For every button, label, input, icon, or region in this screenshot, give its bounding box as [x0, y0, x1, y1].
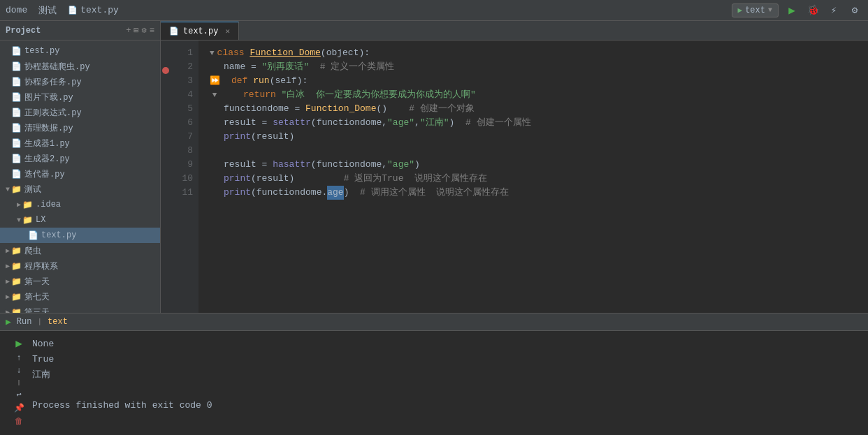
tab-label: text.py [183, 27, 218, 36]
code-line-9: result = hasattr(functiondome,"age") [210, 158, 868, 172]
sidebar-item-regex[interactable]: 📄 正则表达式.py [0, 105, 160, 120]
sidebar-layout-icon[interactable]: ⊞ [133, 25, 138, 36]
sidebar-label: text.py [41, 230, 76, 240]
sidebar-item-gen1[interactable]: 📄 生成器1.py [0, 135, 160, 151]
tab-close-icon[interactable]: ✕ [225, 27, 230, 36]
sidebar-menu-icon[interactable]: ≡ [150, 26, 154, 36]
code-line-10: print(result) # 返回为True 说明这个属性存在 [210, 172, 868, 186]
sidebar-label: 测试 [24, 184, 41, 196]
file-icon: 📄 [11, 123, 22, 133]
menu-file-label: text.py [80, 5, 119, 15]
file-icon: 📄 [11, 154, 22, 164]
chevron-down-icon: ▼ [6, 186, 10, 193]
menu-file[interactable]: 📄 text.py [68, 5, 119, 15]
output-blank [32, 383, 857, 398]
file-icon: 📄 [11, 61, 22, 72]
settings-button[interactable]: ⚙ [847, 3, 862, 18]
sidebar-label: 第三天 [24, 307, 50, 314]
file-icon: 📄 [28, 230, 38, 241]
wrap-btn[interactable]: ↩ [11, 390, 27, 400]
sidebar-item-coroutine-base[interactable]: 📄 协程基础爬虫.py [0, 59, 160, 74]
sidebar-item-text-py[interactable]: 📄 text.py [0, 228, 160, 243]
clear-btn[interactable]: 🗑 [11, 416, 27, 427]
sidebar-folder-idea[interactable]: ▶ 📁 .idea [0, 197, 160, 212]
coverage-button[interactable]: ⚡ [826, 3, 841, 18]
sidebar-item-iterator[interactable]: 📄 迭代器.py [0, 166, 160, 182]
sidebar-label: LX [36, 215, 45, 225]
highlight-age: age [327, 186, 343, 200]
line-numbers: 1 2 3 4 5 6 7 8 9 10 11 [171, 40, 198, 313]
sidebar-label: 生成器1.py [24, 138, 70, 149]
file-icon: 📄 [11, 108, 22, 118]
arrow-icon-3: ⏩ [210, 74, 220, 88]
run-output: None True 江南 Process finished with exit … [32, 337, 857, 427]
tab-text-py[interactable]: 📄 text.py ✕ [161, 22, 239, 40]
fold-icon-4[interactable]: ▼ [210, 88, 219, 102]
run-button[interactable]: ▶ [784, 3, 800, 18]
output-none: None [32, 337, 857, 352]
run-label: Run [17, 317, 32, 327]
sidebar-item-clean-data[interactable]: 📄 清理数据.py [0, 120, 160, 135]
sidebar-folder-day1[interactable]: ▶ 📁 第一天 [0, 274, 160, 289]
chevron-right-icon: ▶ [17, 200, 21, 209]
code-line-6: result = setattr(functiondome,"age","江南"… [210, 116, 868, 130]
divider [18, 380, 20, 385]
file-icon: 📄 [11, 46, 22, 57]
file-icon: 📄 [11, 77, 22, 87]
sidebar-folder-spider[interactable]: ▶ 📁 爬虫 [0, 243, 160, 258]
class-name: Function_Dome [249, 46, 320, 60]
folder-icon: 📁 [11, 261, 22, 272]
run-panel-body: ▶ ↑ ↓ ↩ 📌 🗑 None True 江南 Process finishe… [0, 331, 868, 432]
folder-icon: 📁 [11, 184, 22, 195]
run-tab-text[interactable]: text [48, 317, 68, 327]
pin-btn[interactable]: 📌 [11, 403, 27, 413]
breakpoint-marker-3[interactable] [162, 67, 169, 74]
top-bar-left: dome 测试 📄 text.py [6, 4, 119, 17]
sidebar-gear-icon[interactable]: ⚙ [142, 25, 147, 36]
sidebar-folder-test[interactable]: ▼ 📁 测试 [0, 182, 160, 197]
sidebar-label: 清理数据.py [24, 122, 73, 134]
sidebar-label: 第一天 [24, 276, 50, 288]
file-icon: 📄 [11, 169, 22, 179]
scroll-up-btn[interactable]: ↑ [11, 353, 27, 363]
sidebar-folder-lx[interactable]: ▼ 📁 LX [0, 212, 160, 228]
keyword-class: class [217, 46, 250, 60]
code-line-1: ▼ class Function_Dome(object): [210, 46, 868, 60]
output-jiangnan: 江南 [32, 367, 857, 383]
sidebar: Project + ⊞ ⚙ ≡ 📄 test.py 📄 协程基础爬虫.py 📄 … [0, 21, 161, 313]
run-config[interactable]: ▶ text ▼ [732, 3, 779, 17]
debug-button[interactable]: 🐞 [805, 3, 820, 18]
code-line-11: print(functiondome.age) # 调用这个属性 说明这个属性存… [210, 186, 868, 200]
code-area[interactable]: ▼ class Function_Dome(object): name = "别… [198, 40, 868, 313]
sidebar-item-coroutine-multi[interactable]: 📄 协程多任务.py [0, 74, 160, 89]
chevron-right-icon: ▶ [6, 308, 10, 313]
file-icon: 📄 [11, 138, 22, 149]
sidebar-title: Project [6, 26, 41, 36]
folder-icon: 📁 [11, 307, 22, 314]
run-toolbar: ▶ ↑ ↓ ↩ 📌 🗑 [11, 337, 27, 427]
sidebar-folder-day7[interactable]: ▶ 📁 第七天 [0, 289, 160, 304]
fold-icon-1[interactable]: ▼ [210, 46, 215, 60]
chevron-right-icon: ▶ [6, 293, 10, 301]
code-line-8 [210, 144, 868, 158]
app-name: dome [6, 5, 27, 15]
separator: | [37, 318, 42, 326]
sidebar-item-test-py[interactable]: 📄 test.py [0, 43, 160, 59]
sidebar-item-img-download[interactable]: 📄 图片下载.py [0, 89, 160, 105]
sidebar-folder-day3[interactable]: ▶ 📁 第三天 [0, 304, 160, 313]
play-btn[interactable]: ▶ [11, 337, 27, 351]
main-area: Project + ⊞ ⚙ ≡ 📄 test.py 📄 协程基础爬虫.py 📄 … [0, 21, 868, 313]
sidebar-label: 爬虫 [24, 245, 41, 257]
sidebar-add-icon[interactable]: + [126, 26, 131, 36]
output-true: True [32, 352, 857, 367]
sidebar-item-gen2[interactable]: 📄 生成器2.py [0, 151, 160, 166]
sidebar-folder-practice[interactable]: ▶ 📁 程序联系 [0, 258, 160, 274]
scroll-down-btn[interactable]: ↓ [11, 366, 27, 376]
menu-item-test[interactable]: 测试 [38, 4, 57, 17]
folder-icon: 📁 [11, 246, 22, 256]
run-panel-header: ▶ Run | text [0, 314, 868, 331]
sidebar-label: test.py [24, 46, 59, 56]
run-config-label: text [745, 6, 765, 15]
editor-area: 📄 text.py ✕ 1 2 3 4 5 6 7 8 9 10 [161, 21, 868, 313]
sidebar-label: 正则表达式.py [24, 107, 82, 119]
